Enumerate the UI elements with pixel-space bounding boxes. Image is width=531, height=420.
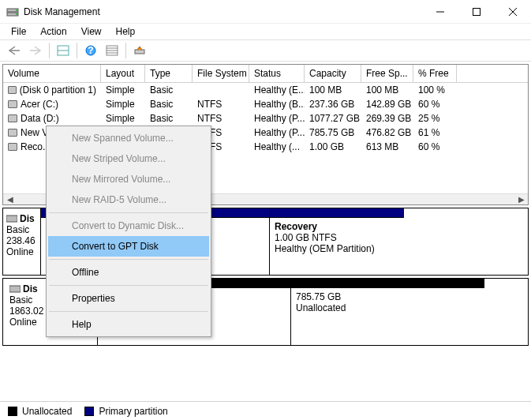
- volume-icon: [8, 86, 17, 94]
- legend-label: Unallocated: [22, 406, 72, 417]
- volume-row[interactable]: (Disk 0 partition 1)SimpleBasicHealthy (…: [3, 83, 528, 97]
- svg-point-2: [16, 9, 17, 11]
- volume-row[interactable]: Data (D:)SimpleBasicNTFSHealthy (P...107…: [3, 111, 528, 126]
- svg-rect-16: [135, 50, 144, 54]
- column-header[interactable]: Volume: [3, 65, 101, 82]
- titlebar: Disk Management: [0, 0, 531, 24]
- menu-item: New RAID-5 Volume...: [48, 189, 209, 210]
- column-header[interactable]: Capacity: [305, 65, 361, 82]
- legend-swatch: [8, 407, 17, 416]
- menu-item: Convert to Dynamic Disk...: [48, 216, 209, 236]
- toolbar: ?: [0, 39, 531, 62]
- list-button[interactable]: [103, 42, 122, 59]
- menubar: File Action View Help: [0, 24, 531, 39]
- action-button[interactable]: [130, 42, 149, 59]
- volume-icon: [8, 129, 17, 137]
- maximize-button[interactable]: [458, 0, 495, 24]
- help-button[interactable]: ?: [81, 42, 100, 59]
- svg-point-3: [16, 13, 17, 15]
- app-icon: [6, 6, 19, 18]
- menu-view[interactable]: View: [75, 24, 108, 39]
- column-header[interactable]: Free Sp...: [361, 65, 413, 82]
- menu-item: New Striped Volume...: [48, 148, 209, 169]
- menu-item[interactable]: Help: [48, 314, 209, 335]
- volume-icon: [8, 100, 17, 108]
- menu-help[interactable]: Help: [110, 24, 142, 39]
- disk-0-label[interactable]: Dis Basic 238.46 Online: [3, 208, 41, 275]
- legend: UnallocatedPrimary partition: [0, 401, 531, 420]
- forward-button[interactable]: [26, 42, 45, 59]
- legend-swatch: [84, 407, 94, 416]
- partition[interactable]: 785.75 GBUnallocated: [291, 279, 484, 345]
- panel-button[interactable]: [54, 42, 73, 59]
- context-menu: New Spanned Volume...New Striped Volume.…: [46, 126, 211, 337]
- menu-item[interactable]: Properties: [48, 288, 209, 309]
- column-header[interactable]: Status: [249, 65, 305, 82]
- svg-rect-5: [473, 8, 481, 15]
- minimize-button[interactable]: [422, 0, 458, 24]
- menu-item: New Spanned Volume...: [48, 128, 209, 148]
- column-header[interactable]: File System: [193, 65, 249, 82]
- column-header[interactable]: Type: [145, 65, 193, 82]
- svg-text:?: ?: [88, 45, 93, 56]
- volume-row[interactable]: Acer (C:)SimpleBasicNTFSHealthy (B...237…: [3, 97, 528, 111]
- menu-item[interactable]: Convert to GPT Disk: [48, 236, 209, 257]
- svg-rect-18: [9, 286, 21, 292]
- column-header[interactable]: % Free: [413, 65, 457, 82]
- volume-icon: [8, 143, 17, 151]
- menu-action[interactable]: Action: [34, 24, 73, 39]
- menu-item[interactable]: Offline: [48, 262, 209, 283]
- window-title: Disk Management: [24, 6, 422, 17]
- volume-list-header: VolumeLayoutTypeFile SystemStatusCapacit…: [3, 65, 528, 83]
- partition[interactable]: Recovery1.00 GB NTFSHealthy (OEM Partiti…: [270, 208, 404, 275]
- volume-icon: [8, 114, 17, 122]
- legend-label: Primary partition: [99, 406, 167, 417]
- menu-file[interactable]: File: [5, 24, 32, 39]
- scroll-left-icon[interactable]: ◀: [3, 195, 17, 204]
- svg-rect-17: [6, 216, 17, 222]
- close-button[interactable]: [495, 0, 531, 24]
- menu-item: New Mirrored Volume...: [48, 169, 209, 189]
- back-button[interactable]: [5, 42, 24, 59]
- scroll-right-icon[interactable]: ▶: [514, 195, 528, 204]
- column-header[interactable]: Layout: [101, 65, 145, 82]
